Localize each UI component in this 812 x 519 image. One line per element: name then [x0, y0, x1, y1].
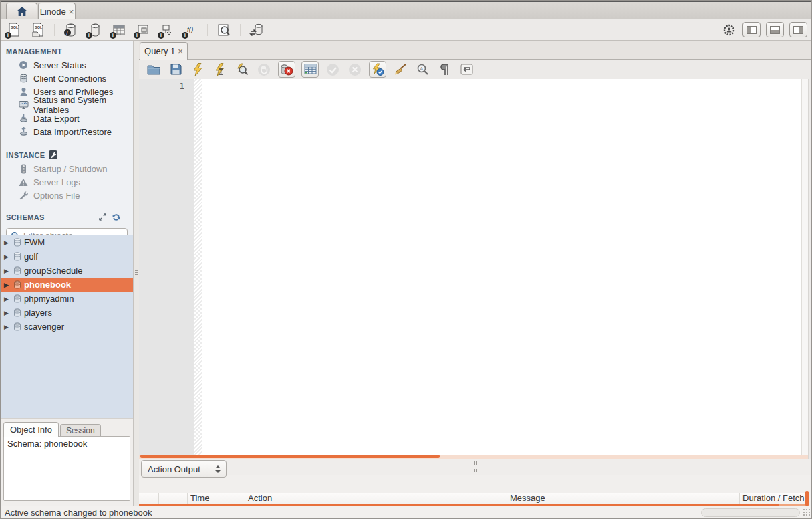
wrap-text-icon: [460, 64, 473, 75]
client-connections-icon: [18, 73, 29, 84]
code-input-area[interactable]: [202, 79, 801, 455]
svg-text:SQL: SQL: [11, 25, 19, 29]
schema-row-scavenger[interactable]: ▶ scavenger: [1, 320, 133, 334]
editor-vertical-scrollbar[interactable]: [801, 79, 808, 455]
column-duration-fetch[interactable]: Duration / Fetch: [740, 493, 805, 504]
new-sql-tab-button[interactable]: SQL +: [6, 22, 22, 38]
panel-splitter-grip[interactable]: [61, 415, 65, 421]
close-icon[interactable]: ×: [178, 47, 183, 56]
limit-rows-button[interactable]: [301, 61, 319, 78]
expander-icon[interactable]: ▶: [4, 268, 11, 274]
schema-icon: [13, 294, 21, 303]
schema-icon: [13, 238, 21, 247]
plus-badge-icon: +: [158, 32, 164, 39]
open-script-button[interactable]: [146, 62, 162, 78]
show-invisibles-button[interactable]: [436, 62, 452, 78]
find-button[interactable]: A: [414, 62, 430, 78]
sidebar-item-client-connections[interactable]: Client Connections: [1, 72, 133, 85]
create-procedure-button[interactable]: +: [159, 22, 175, 38]
sidebar-item-startup-shutdown[interactable]: Startup / Shutdown: [1, 162, 133, 175]
schema-label: players: [24, 308, 52, 318]
schema-row-golf[interactable]: ▶ golf: [1, 249, 133, 264]
toggle-stop-on-error-button[interactable]: [278, 61, 295, 78]
expander-icon[interactable]: ▶: [4, 296, 11, 302]
schema-row-fwm[interactable]: ▶ FWM: [1, 235, 133, 249]
execute-button[interactable]: [190, 62, 206, 78]
navigator-sidebar: MANAGEMENT Server Status Client Connecti…: [1, 41, 134, 506]
schema-label: FWM: [24, 237, 45, 247]
database-inspect-icon: i: [63, 23, 78, 37]
output-scrollbar-vertical[interactable]: [805, 491, 809, 506]
expander-icon[interactable]: ▶: [4, 310, 11, 316]
expander-icon[interactable]: ▶: [4, 324, 11, 330]
lightning-icon: [192, 63, 203, 76]
create-table-button[interactable]: +: [111, 22, 127, 38]
expander-icon[interactable]: ▶: [4, 282, 11, 288]
open-sql-script-icon: SQL: [31, 23, 45, 37]
main-toolbar-left: SQL + SQL i +: [1, 22, 265, 38]
autocommit-icon: [371, 63, 384, 76]
toggle-output-area-button[interactable]: [766, 22, 784, 37]
expand-schemas-icon[interactable]: [98, 213, 107, 221]
create-view-button[interactable]: +: [135, 22, 151, 38]
sidebar-item-options-file[interactable]: Options File: [1, 189, 133, 202]
admin-gear-button[interactable]: [721, 22, 737, 38]
management-title-text: MANAGEMENT: [6, 47, 62, 56]
import-arrow-icon: [18, 126, 29, 137]
open-sql-script-button[interactable]: SQL: [30, 22, 46, 38]
sidebar-item-server-logs[interactable]: Server Logs: [1, 175, 133, 189]
create-function-button[interactable]: f() +: [183, 22, 199, 38]
connection-tab-linode[interactable]: Linode ×: [38, 3, 76, 19]
column-message[interactable]: Message: [507, 493, 740, 504]
column-status[interactable]: [139, 493, 159, 504]
management-section-title: MANAGEMENT: [1, 41, 133, 58]
rollback-button[interactable]: [347, 62, 363, 78]
reconnect-dbms-button[interactable]: [249, 22, 265, 38]
clean-button[interactable]: [392, 62, 408, 78]
inspect-database-button[interactable]: i: [63, 22, 79, 38]
toggle-wrap-button[interactable]: [458, 62, 475, 78]
toggle-autocommit-button[interactable]: [369, 61, 386, 78]
schema-label: scavenger: [24, 322, 64, 332]
tab-object-info[interactable]: Object Info: [3, 422, 59, 437]
execute-current-statement-button[interactable]: [212, 62, 228, 78]
close-icon[interactable]: ×: [69, 7, 74, 16]
toggle-left-sidebar-button[interactable]: [742, 22, 761, 37]
tab-session[interactable]: Session: [60, 424, 101, 437]
refresh-schemas-icon[interactable]: [112, 213, 121, 222]
sidebar-splitter[interactable]: [134, 41, 139, 506]
find-magnifier-icon: A: [416, 63, 429, 76]
scrollbar-thumb[interactable]: [140, 455, 440, 458]
save-script-button[interactable]: [168, 62, 184, 78]
schema-label: groupSchedule: [24, 266, 82, 276]
schema-row-phonebook-selected[interactable]: ▶ phonebook: [1, 278, 133, 292]
traffic-light-icon: [18, 163, 29, 174]
expander-icon[interactable]: ▶: [4, 253, 11, 260]
schema-row-groupschedule[interactable]: ▶ groupSchedule: [1, 264, 133, 278]
pilcrow-icon: [439, 64, 450, 76]
column-index[interactable]: [159, 493, 188, 504]
schema-row-players[interactable]: ▶ players: [1, 306, 133, 320]
search-document-icon: [217, 23, 231, 37]
explain-button[interactable]: [234, 62, 250, 78]
resize-grip[interactable]: [802, 509, 810, 517]
search-table-data-button[interactable]: [216, 22, 232, 38]
commit-button[interactable]: [325, 62, 341, 78]
sidebar-item-data-import[interactable]: Data Import/Restore: [1, 125, 133, 138]
tab-query-1[interactable]: Query 1 ×: [140, 42, 188, 60]
schema-label: golf: [24, 251, 38, 262]
sidebar-item-server-status[interactable]: Server Status: [1, 58, 133, 72]
output-view-selector[interactable]: Action Output: [141, 460, 227, 478]
column-action[interactable]: Action: [245, 493, 507, 504]
schema-row-phpmyadmin[interactable]: ▶ phpmyadmin: [1, 292, 133, 306]
create-schema-button[interactable]: +: [87, 22, 103, 38]
column-time[interactable]: Time: [188, 493, 245, 504]
expander-icon[interactable]: ▶: [4, 239, 11, 246]
toggle-right-sidebar-button[interactable]: [789, 22, 807, 37]
wrench-icon: [18, 190, 29, 201]
home-tab[interactable]: [6, 3, 37, 19]
line-number-gutter: 1: [139, 79, 194, 455]
stop-button[interactable]: [256, 62, 272, 78]
sidebar-item-status-system-variables[interactable]: Status and System Variables: [1, 98, 133, 112]
output-splitter[interactable]: [139, 459, 811, 475]
